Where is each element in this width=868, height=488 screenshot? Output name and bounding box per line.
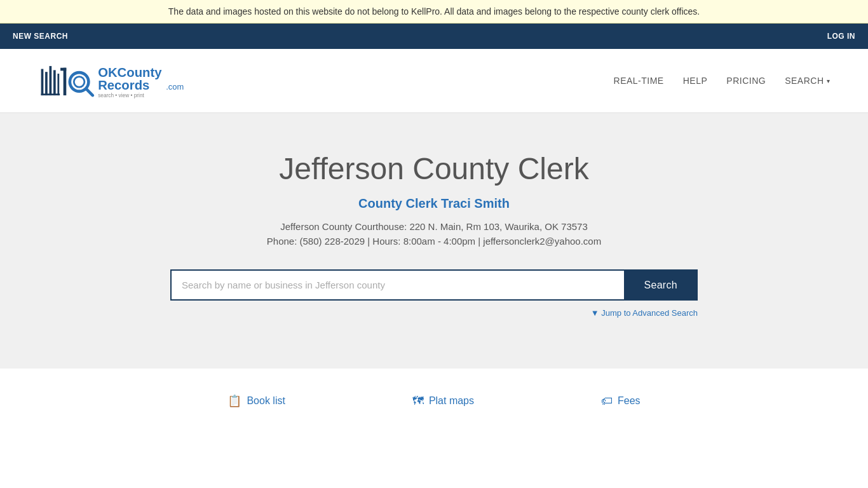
svg-rect-3 <box>53 70 56 95</box>
footer-link-fees[interactable]: 🏷Fees <box>601 394 641 408</box>
chevron-down-icon: ▾ <box>827 78 831 85</box>
svg-rect-7 <box>60 68 66 71</box>
footer-link-icon: 🏷 <box>601 395 613 408</box>
new-search-link[interactable]: NEW SEARCH <box>13 32 68 41</box>
clerk-name: County Clerk Traci Smith <box>13 196 855 211</box>
search-bar: Search <box>170 269 698 301</box>
realtime-nav-link[interactable]: REAL-TIME <box>614 76 664 86</box>
svg-rect-6 <box>64 68 67 95</box>
contact-info: Phone: (580) 228-2029 | Hours: 8:00am - … <box>13 236 855 247</box>
office-address: Jefferson County Courthouse: 220 N. Main… <box>13 221 855 232</box>
advanced-search-link[interactable]: ▼ Jump to Advanced Search <box>591 308 698 318</box>
footer-link-icon: 📋 <box>227 394 241 408</box>
footer-link-label: Book list <box>247 395 285 407</box>
svg-rect-4 <box>57 74 59 95</box>
search-button[interactable]: Search <box>624 269 698 301</box>
footer-link-icon: 🗺 <box>412 395 424 408</box>
banner-text: The data and images hosted on this websi… <box>168 6 700 17</box>
logo-area: OKCounty Records .com search • view • pr… <box>38 58 191 103</box>
svg-rect-0 <box>41 69 44 96</box>
svg-text:Records: Records <box>98 78 149 92</box>
footer-link-plat-maps[interactable]: 🗺Plat maps <box>412 394 474 408</box>
top-nav: NEW SEARCH LOG IN <box>0 24 868 49</box>
svg-text:search • view • print: search • view • print <box>98 92 144 98</box>
svg-rect-2 <box>50 66 52 95</box>
site-logo: OKCounty Records .com search • view • pr… <box>38 58 191 103</box>
pricing-nav-link[interactable]: PRICING <box>726 76 766 86</box>
footer-link-label: Fees <box>618 395 641 407</box>
svg-text:OKCounty: OKCounty <box>98 65 162 79</box>
footer-links-section: 📋Book list🗺Plat maps🏷Fees <box>0 369 868 433</box>
svg-rect-1 <box>45 72 48 95</box>
svg-point-10 <box>74 77 85 88</box>
county-title: Jefferson County Clerk <box>13 151 855 186</box>
svg-rect-5 <box>41 93 60 95</box>
svg-text:.com: .com <box>166 82 184 92</box>
login-link[interactable]: LOG IN <box>827 32 855 41</box>
advanced-search-area: ▼ Jump to Advanced Search <box>170 308 698 318</box>
site-header: OKCounty Records .com search • view • pr… <box>0 49 868 113</box>
help-nav-link[interactable]: HELP <box>683 76 708 86</box>
main-nav: REAL-TIME HELP PRICING SEARCH ▾ <box>614 76 830 86</box>
search-nav-dropdown[interactable]: SEARCH ▾ <box>785 76 830 86</box>
search-nav-label: SEARCH <box>785 76 824 86</box>
footer-link-book-list[interactable]: 📋Book list <box>227 394 285 408</box>
footer-link-label: Plat maps <box>429 395 474 407</box>
notice-banner: The data and images hosted on this websi… <box>0 0 868 24</box>
hero-section: Jefferson County Clerk County Clerk Trac… <box>0 113 868 369</box>
svg-line-9 <box>86 89 93 95</box>
search-input[interactable] <box>170 269 624 301</box>
